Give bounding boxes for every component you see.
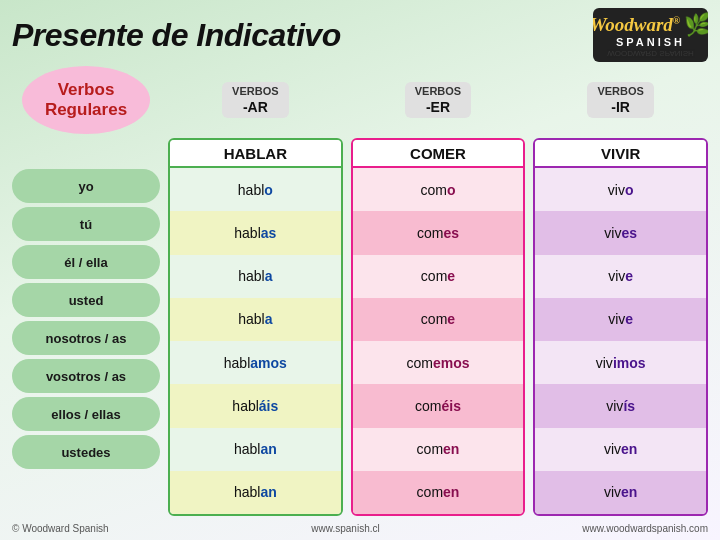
verb-cell-er-4: comemos: [353, 341, 524, 384]
verb-cell-ar-7: hablan: [170, 471, 341, 514]
verb-stem: com: [420, 182, 446, 198]
verb-stem: habl: [238, 311, 264, 327]
verb-ending: e: [625, 311, 633, 327]
verb-cell-er-0: como: [353, 168, 524, 211]
subject-column: yotúél / ellaustednosotros / asvosotros …: [12, 138, 160, 516]
verb-header-er: COMER: [353, 140, 524, 168]
verb-ending: emos: [433, 355, 470, 371]
verb-stem: viv: [604, 225, 621, 241]
verb-cell-er-3: come: [353, 298, 524, 341]
verb-stem: com: [415, 398, 441, 414]
verb-stem: com: [421, 311, 447, 327]
subject-cell-5: vosotros / as: [12, 359, 160, 393]
verb-cell-ir-6: viven: [535, 428, 706, 471]
subject-cell-6: ellos / ellas: [12, 397, 160, 431]
verb-ending: áis: [259, 398, 278, 414]
verb-cell-ar-6: hablan: [170, 428, 341, 471]
col-header-ir: VERBOS -IR: [533, 82, 708, 118]
verb-ending: ís: [623, 398, 635, 414]
verb-cell-ir-2: vive: [535, 255, 706, 298]
verb-ending: a: [265, 268, 273, 284]
verb-ending: amos: [250, 355, 287, 371]
verb-stem: viv: [608, 268, 625, 284]
page: Presente de Indicativo Woodward® 🌿 SPANI…: [0, 0, 720, 540]
verb-col-er: COMERcomocomescomecomecomemoscoméiscomen…: [351, 138, 526, 516]
footer: © Woodward Spanish www.spanish.cl www.wo…: [12, 523, 708, 534]
logo: Woodward® 🌿 SPANISH WOODWARD SPANISH: [593, 8, 708, 62]
verb-stem: habl: [238, 268, 264, 284]
col-header-ar: VERBOS -AR: [168, 82, 343, 118]
footer-copyright: © Woodward Spanish: [12, 523, 109, 534]
verb-ending: an: [260, 484, 276, 500]
verb-cell-er-5: coméis: [353, 384, 524, 427]
col-header-row: VerbosRegulares VERBOS -AR VERBOS -ER VE…: [12, 66, 708, 134]
verb-ending: en: [621, 484, 637, 500]
verb-cell-ar-0: hablo: [170, 168, 341, 211]
verbos-ar-label: VERBOS -AR: [222, 82, 288, 118]
verb-ending: es: [443, 225, 459, 241]
verb-ending: en: [621, 441, 637, 457]
verb-stem: habl: [232, 398, 258, 414]
verb-ending: a: [265, 311, 273, 327]
logo-language: SPANISH: [603, 36, 698, 48]
verb-cell-ar-3: habla: [170, 298, 341, 341]
verb-stem: habl: [224, 355, 250, 371]
footer-website1: www.spanish.cl: [311, 523, 379, 534]
verb-col-ar: HABLARhablohablashablahablahablamoshablá…: [168, 138, 343, 516]
page-title: Presente de Indicativo: [12, 19, 341, 51]
leaf-icon: 🌿: [684, 12, 708, 38]
verb-cell-er-2: come: [353, 255, 524, 298]
verb-stem: com: [417, 441, 443, 457]
verb-ending: imos: [613, 355, 646, 371]
verbos-ir-label: VERBOS -IR: [587, 82, 653, 118]
subject-cell-3: usted: [12, 283, 160, 317]
verb-ending: e: [625, 268, 633, 284]
main-grid: yotúél / ellaustednosotros / asvosotros …: [12, 138, 708, 516]
verb-stem: viv: [606, 398, 623, 414]
verb-cell-ar-5: habláis: [170, 384, 341, 427]
verb-stem: com: [406, 355, 432, 371]
verb-cell-ar-4: hablamos: [170, 341, 341, 384]
verb-cell-ir-5: vivís: [535, 384, 706, 427]
verb-cell-ar-2: habla: [170, 255, 341, 298]
verb-header-ir: VIVIR: [535, 140, 706, 168]
verb-stem: viv: [604, 441, 621, 457]
verb-cell-ir-3: vive: [535, 298, 706, 341]
verb-ending: éis: [441, 398, 460, 414]
verb-cell-ar-1: hablas: [170, 211, 341, 254]
verb-cell-ir-4: vivimos: [535, 341, 706, 384]
footer-website2: www.woodwardspanish.com: [582, 523, 708, 534]
subject-cell-4: nosotros / as: [12, 321, 160, 355]
verb-ending: o: [447, 182, 456, 198]
verb-ending: o: [625, 182, 634, 198]
verb-stem: viv: [604, 484, 621, 500]
col-header-er: VERBOS -ER: [351, 82, 526, 118]
verb-col-ir: VIVIRvivovivesvivevivevivimosvivísvivenv…: [533, 138, 708, 516]
verb-stem: habl: [234, 441, 260, 457]
verb-cell-ir-0: vivo: [535, 168, 706, 211]
verbos-er-label: VERBOS -ER: [405, 82, 471, 118]
verb-cell-ir-7: viven: [535, 471, 706, 514]
verb-stem: habl: [238, 182, 264, 198]
subject-cell-0: yo: [12, 169, 160, 203]
verb-stem: viv: [608, 311, 625, 327]
verb-cell-er-6: comen: [353, 428, 524, 471]
verb-ending: an: [260, 441, 276, 457]
subject-cell-2: él / ella: [12, 245, 160, 279]
verb-stem: com: [417, 225, 443, 241]
subject-cell-1: tú: [12, 207, 160, 241]
verb-stem: com: [417, 484, 443, 500]
verb-ending: en: [443, 484, 459, 500]
verb-cell-ir-1: vives: [535, 211, 706, 254]
logo-brand: Woodward®: [593, 14, 680, 36]
subject-cell-7: ustedes: [12, 435, 160, 469]
verb-stem: habl: [234, 484, 260, 500]
verb-ending: as: [261, 225, 277, 241]
verb-ending: en: [443, 441, 459, 457]
verb-ending: es: [621, 225, 637, 241]
verb-ending: o: [264, 182, 273, 198]
header: Presente de Indicativo Woodward® 🌿 SPANI…: [12, 8, 708, 62]
verb-stem: com: [421, 268, 447, 284]
verb-ending: e: [447, 268, 455, 284]
verb-header-ar: HABLAR: [170, 140, 341, 168]
